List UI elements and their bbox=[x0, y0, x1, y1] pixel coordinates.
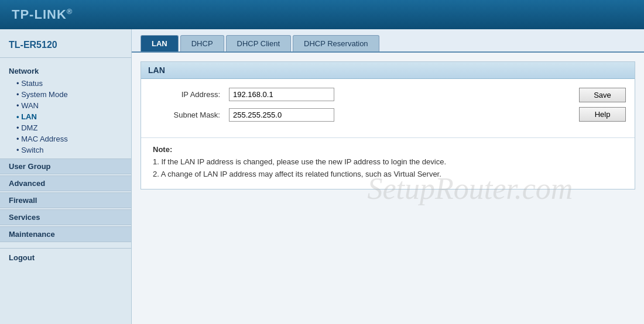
sidebar-item-firewall[interactable]: Firewall bbox=[0, 192, 131, 208]
section-title: LAN bbox=[141, 62, 635, 79]
subnet-mask-row: Subnet Mask: bbox=[153, 108, 623, 122]
layout: TL-ER5120 Network • Status • System Mode… bbox=[0, 29, 644, 324]
note-2: 2. A change of LAN IP address may affect… bbox=[153, 170, 441, 178]
lan-section: LAN IP Address: Subnet Mask: Save Help bbox=[141, 61, 635, 189]
tab-dhcp-client[interactable]: DHCP Client bbox=[226, 35, 291, 51]
ip-address-row: IP Address: bbox=[153, 88, 623, 101]
sidebar-item-lan[interactable]: • LAN bbox=[0, 111, 131, 122]
network-section: Network • Status • System Mode • WAN • L… bbox=[0, 63, 131, 157]
section-body: IP Address: Subnet Mask: Save Help bbox=[141, 79, 635, 137]
note-1: 1. If the LAN IP address is changed, ple… bbox=[153, 157, 446, 166]
device-name: TL-ER5120 bbox=[0, 35, 131, 58]
logo-symbol: ® bbox=[67, 7, 73, 16]
ip-address-input[interactable] bbox=[229, 88, 334, 101]
tab-bar: LAN DHCP DHCP Client DHCP Reservation bbox=[132, 29, 644, 53]
sidebar-item-advanced[interactable]: Advanced bbox=[0, 175, 131, 191]
logout-button[interactable]: Logout bbox=[0, 248, 131, 267]
logo-text: TP-LINK bbox=[12, 7, 67, 22]
sidebar-item-mac-address[interactable]: • MAC Address bbox=[0, 133, 131, 144]
subnet-mask-input[interactable] bbox=[229, 108, 334, 122]
sidebar-item-maintenance[interactable]: Maintenance bbox=[0, 226, 131, 242]
help-button[interactable]: Help bbox=[579, 107, 626, 122]
tab-lan[interactable]: LAN bbox=[141, 35, 179, 51]
tab-dhcp[interactable]: DHCP bbox=[180, 35, 224, 51]
tab-dhcp-reservation[interactable]: DHCP Reservation bbox=[293, 35, 379, 51]
sidebar-item-dmz[interactable]: • DMZ bbox=[0, 122, 131, 133]
sidebar-item-switch[interactable]: • Switch bbox=[0, 144, 131, 156]
header: TP-LINK® bbox=[0, 0, 644, 29]
note-area: Note: 1. If the LAN IP address is change… bbox=[141, 137, 635, 189]
sidebar-item-wan[interactable]: • WAN bbox=[0, 100, 131, 111]
sidebar-item-system-mode[interactable]: • System Mode bbox=[0, 89, 131, 100]
main-content: LAN DHCP DHCP Client DHCP Reservation Se… bbox=[132, 29, 644, 324]
subnet-mask-label: Subnet Mask: bbox=[153, 111, 229, 119]
sidebar: TL-ER5120 Network • Status • System Mode… bbox=[0, 29, 132, 324]
logo: TP-LINK® bbox=[12, 7, 73, 22]
note-title: Note: bbox=[153, 145, 172, 154]
sidebar-item-network[interactable]: Network bbox=[0, 64, 131, 78]
content-area: SetupRouter.com LAN IP Address: Subnet M… bbox=[132, 53, 644, 324]
action-buttons: Save Help bbox=[579, 88, 626, 122]
sidebar-item-status[interactable]: • Status bbox=[0, 78, 131, 89]
sidebar-item-user-group[interactable]: User Group bbox=[0, 158, 131, 174]
sidebar-item-services[interactable]: Services bbox=[0, 209, 131, 225]
save-button[interactable]: Save bbox=[579, 88, 626, 102]
ip-address-label: IP Address: bbox=[153, 90, 229, 99]
